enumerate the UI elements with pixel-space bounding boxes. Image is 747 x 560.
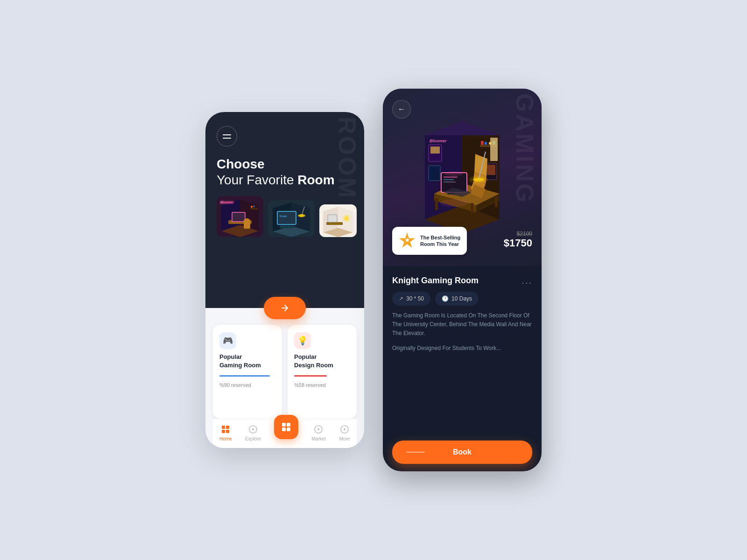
svg-rect-22 — [280, 225, 294, 228]
nav-explore[interactable]: Explore — [245, 424, 261, 441]
room-name-row: Knight Gaming Room ... — [392, 275, 532, 286]
room-thumb-1[interactable]: Bloomer — [217, 196, 263, 237]
size-icon: ↗ — [399, 295, 403, 302]
home-label: Home — [219, 436, 232, 441]
svg-rect-42 — [287, 423, 290, 427]
nav-home[interactable]: Home — [219, 424, 232, 441]
design-card-title: PopularDesign Room — [294, 353, 350, 370]
svg-rect-11 — [250, 208, 258, 210]
design-icon: 💡 — [294, 332, 311, 349]
nav-more[interactable]: More — [339, 424, 350, 441]
gaming-icon: 🎮 — [219, 332, 236, 349]
svg-marker-52 — [425, 121, 500, 135]
more-options-button[interactable]: ... — [521, 275, 532, 286]
best-selling-badge: ★ The Best-SellingRoom This Year — [392, 227, 467, 255]
svg-rect-43 — [282, 427, 286, 431]
clock-icon: 🕐 — [442, 295, 449, 302]
market-icon — [313, 424, 324, 435]
gaming-progress — [219, 375, 270, 377]
book-button-line — [406, 452, 425, 453]
room-description-2: Originally Designed For Students To Work… — [392, 344, 532, 353]
svg-rect-10 — [245, 218, 249, 221]
svg-rect-20 — [277, 211, 296, 224]
badge-text: The Best-SellingRoom This Year — [420, 234, 460, 248]
svg-rect-31 — [328, 215, 337, 222]
explore-icon — [247, 424, 259, 435]
room-name: Knight Gaming Room — [392, 276, 479, 286]
svg-rect-80 — [444, 176, 458, 178]
gaming-room-card[interactable]: 🎮 PopularGaming Room %90 reserved — [213, 325, 282, 419]
price-area: $2100 $1750 — [504, 231, 532, 249]
svg-point-34 — [345, 217, 348, 220]
design-room-card[interactable]: 💡 PopularDesign Room %58 reserved — [288, 325, 357, 419]
left-phone: ROOM Choose Your Favorite Room — [205, 112, 364, 448]
svg-rect-38 — [226, 430, 229, 433]
specs-row: ↗ 30 * 50 🕐 10 Days — [392, 292, 532, 306]
svg-rect-55 — [430, 147, 440, 154]
svg-rect-36 — [226, 426, 229, 429]
svg-rect-60 — [481, 141, 484, 145]
duration-spec: 🕐 10 Days — [435, 292, 479, 306]
svg-rect-56 — [429, 166, 440, 181]
more-icon — [339, 424, 350, 435]
svg-rect-72 — [435, 198, 438, 210]
svg-point-91 — [469, 176, 488, 183]
back-button[interactable]: ← — [392, 100, 411, 119]
svg-point-13 — [254, 206, 255, 207]
svg-rect-82 — [444, 182, 456, 182]
svg-point-25 — [300, 214, 303, 217]
svg-rect-74 — [495, 197, 498, 207]
next-button[interactable] — [264, 297, 306, 319]
svg-point-40 — [252, 428, 254, 430]
menu-button[interactable] — [217, 126, 237, 147]
design-reserved: %58 reserved — [294, 382, 350, 388]
nav-center-button[interactable] — [274, 415, 298, 439]
room-previews: Bloomer — [217, 196, 353, 237]
svg-rect-61 — [485, 142, 487, 145]
svg-rect-73 — [471, 203, 473, 212]
cards-row: 🎮 PopularGaming Room %90 reserved 💡 Popu… — [213, 325, 357, 419]
hero-line2: Your Favorite Room — [217, 173, 353, 188]
svg-text:Bloomer: Bloomer — [430, 139, 447, 143]
bottom-section: 🎮 PopularGaming Room %90 reserved 💡 Popu… — [205, 308, 364, 448]
room-description: The Gaming Room Is Located On The Second… — [392, 311, 532, 338]
bottom-nav: Home Explore — [213, 419, 357, 448]
more-label: More — [339, 436, 350, 441]
room-3d-illustration: Bloomer — [397, 107, 528, 233]
room-details: Knight Gaming Room ... ↗ 30 * 50 🕐 10 Da… — [383, 266, 542, 471]
svg-rect-37 — [222, 430, 225, 433]
svg-point-92 — [440, 199, 468, 207]
svg-rect-44 — [287, 427, 290, 431]
hero-line2-bold: Room — [297, 173, 334, 187]
svg-text:Design: Design — [280, 215, 287, 217]
room-thumb-3[interactable] — [319, 204, 357, 237]
svg-point-46 — [317, 428, 319, 430]
gaming-reserved: %90 reserved — [219, 382, 275, 388]
svg-rect-30 — [326, 222, 343, 225]
book-button-label: Book — [453, 448, 472, 456]
svg-rect-68 — [490, 138, 498, 161]
svg-rect-35 — [222, 426, 225, 429]
home-icon — [220, 424, 231, 435]
svg-rect-66 — [487, 165, 495, 175]
svg-rect-41 — [282, 423, 286, 427]
market-label: Market — [311, 436, 326, 441]
book-button[interactable]: Book — [392, 441, 532, 464]
size-value: 30 * 50 — [406, 295, 424, 302]
nav-market[interactable]: Market — [311, 424, 326, 441]
hero-line1: Choose — [217, 157, 353, 172]
duration-value: 10 Days — [451, 295, 472, 302]
hero-line2-plain: Your Favorite — [217, 173, 297, 187]
room-thumb-2[interactable]: Design — [268, 200, 315, 237]
svg-rect-7 — [232, 212, 245, 222]
size-spec: ↗ 30 * 50 — [392, 292, 430, 306]
discounted-price: $1750 — [504, 237, 532, 249]
svg-point-83 — [444, 171, 463, 176]
watermark-left: ROOM — [335, 117, 359, 200]
explore-label: Explore — [245, 436, 261, 441]
star-badge-icon: ★ — [399, 232, 416, 249]
hero-title: Choose Your Favorite Room — [217, 157, 353, 188]
svg-point-12 — [251, 206, 253, 208]
right-phone: gaming ← — [383, 89, 542, 471]
svg-text:Bloomer: Bloomer — [220, 201, 234, 204]
